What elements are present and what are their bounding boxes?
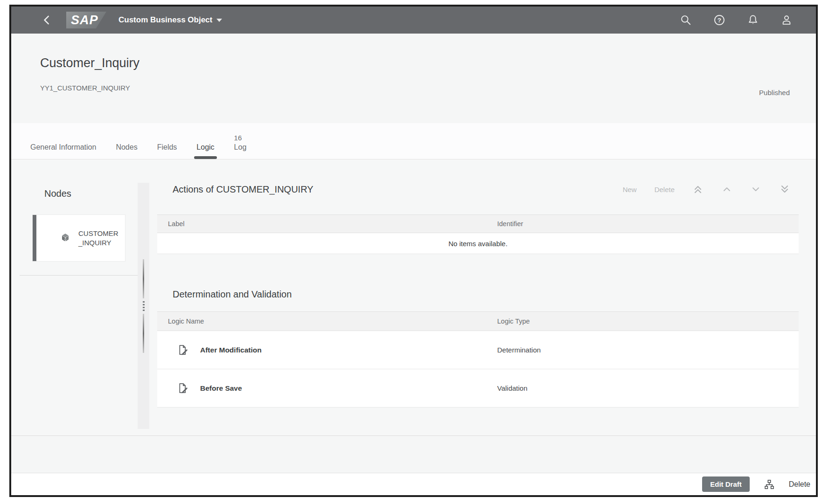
chevron-down-icon bbox=[216, 19, 222, 22]
node-item-customer-inquiry[interactable]: CUSTOMER_INQUIRY bbox=[32, 214, 125, 262]
logic-name-cell: Before Save bbox=[157, 382, 497, 394]
logic-name-text: Before Save bbox=[200, 384, 242, 393]
app-title-text: Custom Business Object bbox=[118, 15, 212, 25]
logic-row-after-modification[interactable]: After Modification Determination bbox=[157, 331, 799, 369]
search-icon[interactable] bbox=[680, 14, 692, 26]
splitter-grip-dots-icon bbox=[143, 301, 145, 311]
actions-table: Label Identifier No items available. bbox=[157, 214, 799, 254]
actions-toolbar: New Delete bbox=[623, 184, 790, 195]
splitter-grip-line bbox=[143, 314, 144, 353]
page-subtitle: YY1_CUSTOMER_INQUIRY bbox=[40, 84, 130, 92]
app-title-menu[interactable]: Custom Business Object bbox=[118, 15, 222, 25]
move-up-icon[interactable] bbox=[721, 184, 732, 195]
column-header-logic-type: Logic Type bbox=[497, 318, 799, 325]
column-header-logic-name: Logic Name bbox=[157, 318, 497, 325]
tab-label: Nodes bbox=[116, 143, 137, 152]
tab-fields[interactable]: Fields bbox=[147, 123, 187, 159]
logic-section-title: Determination and Validation bbox=[173, 289, 292, 300]
new-button[interactable]: New bbox=[623, 186, 637, 193]
user-profile-icon[interactable] bbox=[780, 14, 793, 26]
tab-logic[interactable]: Logic bbox=[187, 123, 224, 159]
hierarchy-icon[interactable] bbox=[764, 479, 775, 490]
actions-section-header: Actions of CUSTOMER_INQUIRY New Delete bbox=[173, 184, 790, 195]
help-icon[interactable]: ? bbox=[713, 14, 725, 26]
logic-type-cell: Determination bbox=[497, 346, 799, 354]
tab-label: Log bbox=[234, 143, 247, 152]
tab-nodes[interactable]: Nodes bbox=[106, 123, 147, 159]
tab-label: General Information bbox=[30, 143, 96, 152]
business-object-cube-icon bbox=[59, 232, 72, 245]
logic-section-header: Determination and Validation bbox=[173, 289, 790, 300]
tab-bar: General Information Nodes Fields Logic 1… bbox=[11, 123, 816, 159]
column-header-label: Label bbox=[157, 220, 497, 228]
column-header-identifier: Identifier bbox=[497, 220, 799, 228]
move-to-bottom-icon[interactable] bbox=[779, 184, 790, 195]
sap-logo-text: SAP bbox=[71, 13, 98, 28]
delete-button[interactable]: Delete bbox=[655, 186, 675, 193]
edit-draft-button[interactable]: Edit Draft bbox=[702, 476, 750, 492]
footer-toolbar: Edit Draft Delete bbox=[11, 473, 816, 495]
logic-main-panel: Actions of CUSTOMER_INQUIRY New Delete bbox=[149, 159, 816, 435]
app-window: SAP Custom Business Object ? bbox=[9, 5, 818, 497]
logic-name-cell: After Modification bbox=[157, 344, 497, 356]
move-down-icon[interactable] bbox=[750, 184, 761, 195]
svg-text:?: ? bbox=[718, 17, 721, 24]
splitter-grip-line bbox=[143, 259, 144, 298]
actions-section-title: Actions of CUSTOMER_INQUIRY bbox=[173, 184, 313, 195]
edit-document-icon bbox=[176, 382, 189, 394]
selection-bar bbox=[33, 215, 36, 261]
content-area: Nodes CUSTOMER_INQUIRY A bbox=[11, 159, 816, 436]
back-chevron-icon bbox=[41, 14, 53, 26]
panel-splitter[interactable] bbox=[138, 183, 149, 429]
delete-draft-button[interactable]: Delete bbox=[789, 480, 810, 489]
tab-label: Logic bbox=[196, 143, 214, 152]
nodes-panel: Nodes CUSTOMER_INQUIRY bbox=[11, 159, 138, 435]
logic-table-header: Logic Name Logic Type bbox=[157, 311, 799, 331]
notifications-bell-icon[interactable] bbox=[747, 14, 759, 26]
tab-label: Fields bbox=[157, 143, 177, 152]
logic-type-cell: Validation bbox=[497, 384, 799, 392]
logic-row-before-save[interactable]: Before Save Validation bbox=[157, 369, 799, 407]
move-to-top-icon[interactable] bbox=[692, 184, 704, 195]
tab-log[interactable]: 16 Log bbox=[224, 123, 257, 159]
object-header: Customer_Inquiry YY1_CUSTOMER_INQUIRY Pu… bbox=[11, 34, 816, 123]
back-button[interactable] bbox=[41, 14, 53, 26]
edit-document-icon bbox=[176, 344, 189, 356]
actions-table-header: Label Identifier bbox=[157, 214, 799, 233]
tab-general-information[interactable]: General Information bbox=[21, 123, 106, 159]
empty-table-message: No items available. bbox=[157, 233, 799, 254]
logic-name-text: After Modification bbox=[200, 346, 262, 354]
shell-bar: SAP Custom Business Object ? bbox=[11, 7, 816, 34]
page-title: Customer_Inquiry bbox=[40, 56, 139, 70]
nodes-panel-title: Nodes bbox=[44, 188, 71, 199]
tab-count-badge: 16 bbox=[234, 134, 247, 142]
shell-actions: ? bbox=[680, 14, 793, 26]
node-item-label: CUSTOMER_INQUIRY bbox=[78, 229, 121, 248]
sap-logo[interactable]: SAP bbox=[66, 12, 106, 28]
logic-table: Logic Name Logic Type After Modification bbox=[157, 311, 799, 407]
panel-divider bbox=[20, 275, 138, 276]
status-badge: Published bbox=[759, 89, 790, 97]
